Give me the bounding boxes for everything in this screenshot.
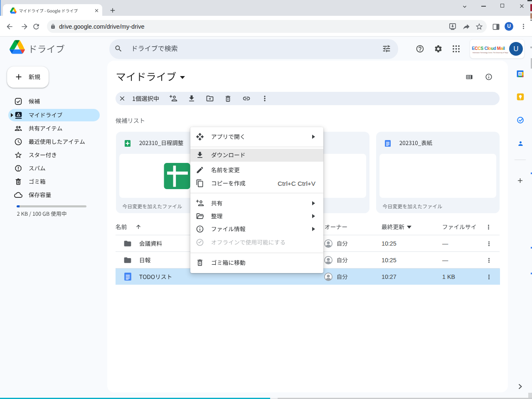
svg-text:31: 31 [519,72,522,75]
